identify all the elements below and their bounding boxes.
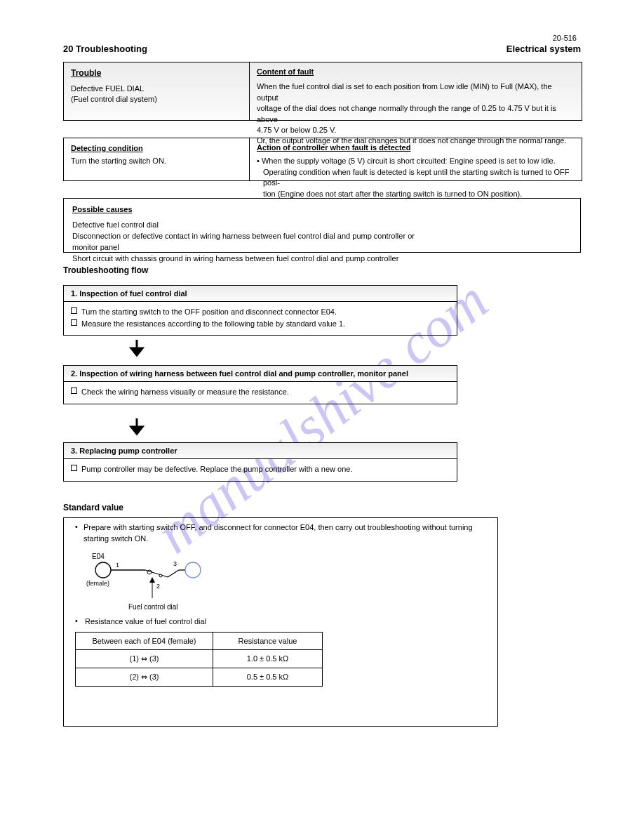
table-row: (2) ⇔ (3) 0.5 ± 0.5 kΩ xyxy=(76,668,323,686)
svg-line-5 xyxy=(168,570,179,577)
trouble-row: Trouble Defective FUEL DIAL (Fuel contro… xyxy=(63,62,582,121)
bullet-icon xyxy=(71,465,77,471)
std-table-head-2: Resistance value xyxy=(213,632,323,649)
action-line-1: Operating condition when fault is detect… xyxy=(257,167,575,189)
circuit-pin-3: 3 xyxy=(173,560,177,567)
step-2: 2. Inspection of wiring harness between … xyxy=(63,365,457,404)
fault-label: Content of fault xyxy=(257,67,575,77)
cause-line-3: Short circuit with chassis ground in wir… xyxy=(72,253,572,265)
bullet-icon xyxy=(71,319,77,326)
step-3-item-0: Pump controller may be defective. Replac… xyxy=(81,465,352,473)
fault-cell: Content of fault When the fuel control d… xyxy=(250,62,582,120)
cause-row: Possible causes Defective fuel control d… xyxy=(63,198,581,253)
action-line-0: When the supply voltage (5 V) circuit is… xyxy=(262,157,556,165)
flow-subtitle: Troubleshooting flow xyxy=(63,265,148,275)
circuit-pin-1: 1 xyxy=(116,562,119,569)
page-number: 20-516 xyxy=(553,34,577,42)
trouble-label: Trouble xyxy=(71,68,242,78)
std-table-head-1: Between each of E04 (female) xyxy=(76,632,213,649)
step-2-item-0: Check the wiring harness visually or mea… xyxy=(81,388,289,396)
fault-line-0: When the fuel control dial is set to eac… xyxy=(257,81,575,103)
step-3: 3. Replacing pump controller Pump contro… xyxy=(63,442,457,482)
bullet-icon xyxy=(71,307,77,314)
standard-value-title: Standard value xyxy=(63,503,123,512)
step-1-item-0: Turn the starting switch to the OFF posi… xyxy=(81,307,337,316)
svg-point-0 xyxy=(95,562,111,578)
std-table: Between each of E04 (female) Resistance … xyxy=(75,632,323,687)
table-row: (1) ⇔ (3) 1.0 ± 0.5 kΩ xyxy=(76,649,323,668)
std-intro: Prepare with starting switch OFF, and di… xyxy=(83,522,486,545)
condition-label: Detecting condition xyxy=(71,144,143,152)
condition-body: Turn the starting switch ON. xyxy=(71,157,242,165)
section-title-text: 20 Troubleshooting xyxy=(63,44,147,54)
circuit-pin-2: 2 xyxy=(156,583,160,590)
step-3-head: 3. Replacing pump controller xyxy=(64,443,457,459)
action-label: Action of controller when fault is detec… xyxy=(257,143,410,153)
cause-line-0: Defective fuel control dial xyxy=(72,220,572,231)
trouble-cell: Trouble Defective FUEL DIAL (Fuel contro… xyxy=(64,62,250,120)
arrow-down-icon xyxy=(126,417,147,438)
section-title: 20 Troubleshooting Electrical system xyxy=(63,44,581,54)
circuit-e04-label: E04 xyxy=(92,552,105,560)
step-2-head: 2. Inspection of wiring harness between … xyxy=(64,366,457,382)
fault-line-1: voltage of the dial does not change norm… xyxy=(257,103,575,125)
step-1-item-1: Measure the resistances according to the… xyxy=(81,319,345,328)
circuit-female-label: (female) xyxy=(86,580,109,587)
circuit-dial-label: Fuel control dial xyxy=(128,603,178,611)
action-cell: Action of controller when fault is detec… xyxy=(250,138,582,180)
bullet-dot-icon: • xyxy=(75,522,83,531)
bullet-icon xyxy=(71,388,77,394)
std-table-r2c2: 0.5 ± 0.5 kΩ xyxy=(213,668,323,686)
std-table-r2c1: (2) ⇔ (3) xyxy=(76,668,213,686)
step-1-head: 1. Inspection of fuel control dial xyxy=(64,286,457,302)
condition-row: Detecting condition Turn the starting sw… xyxy=(63,138,582,181)
condition-cell: Detecting condition Turn the starting sw… xyxy=(64,138,250,180)
std-table-r1c2: 1.0 ± 0.5 kΩ xyxy=(213,649,323,668)
cause-line-2: monitor panel xyxy=(72,242,572,253)
svg-point-7 xyxy=(185,562,201,578)
cause-label: Possible causes xyxy=(72,204,133,216)
trouble-body1: Defective FUEL DIAL xyxy=(71,84,242,94)
bullet-dot-icon: • xyxy=(75,616,83,625)
circuit-diagram: E04 (female) 1 2 3 Fuel control dial xyxy=(82,549,293,612)
svg-point-4 xyxy=(159,574,162,577)
fault-line-2: 4.75 V or below 0.25 V. xyxy=(257,125,575,135)
arrow-down-icon xyxy=(126,338,147,359)
std-resist-label: Resistance value of fuel control dial xyxy=(85,616,486,628)
step-1: 1. Inspection of fuel control dial Turn … xyxy=(63,285,457,336)
section-sub-text: Electrical system xyxy=(507,44,581,54)
std-table-r1c1: (1) ⇔ (3) xyxy=(76,649,213,668)
trouble-body2: (Fuel control dial system) xyxy=(71,94,242,105)
table-row: Between each of E04 (female) Resistance … xyxy=(76,632,323,649)
standard-value-box: • Prepare with starting switch OFF, and … xyxy=(63,517,498,727)
cause-line-1: Disconnection or defective contact in wi… xyxy=(72,231,572,242)
